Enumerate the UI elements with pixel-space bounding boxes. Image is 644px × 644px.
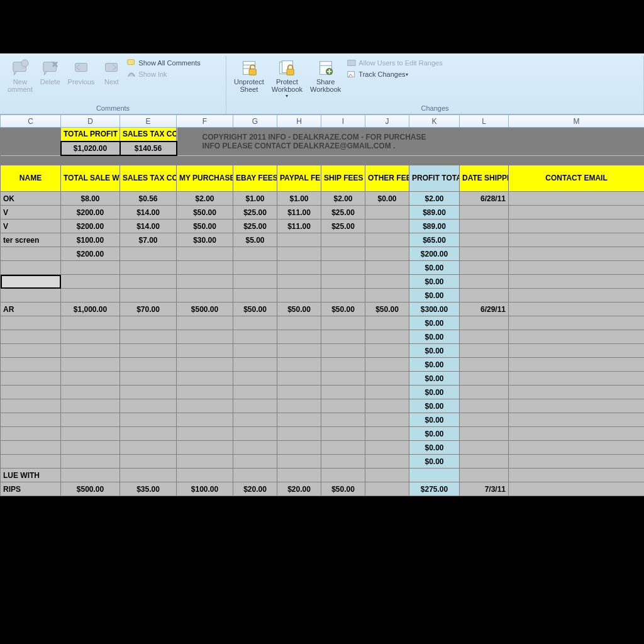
cell[interactable] — [120, 261, 177, 275]
cell[interactable] — [321, 441, 365, 455]
cell[interactable] — [1, 247, 61, 261]
table-row[interactable]: V$200.00$14.00$50.00$25.00$11.00$25.00$8… — [1, 206, 645, 219]
cell[interactable] — [233, 275, 277, 289]
cell[interactable] — [120, 427, 177, 441]
cell[interactable] — [177, 261, 233, 275]
table-row[interactable]: $0.00 — [1, 316, 645, 330]
cell[interactable] — [365, 413, 409, 427]
cell[interactable] — [61, 372, 120, 386]
protect-workbook-button[interactable]: Protect Workbook ▾ — [268, 57, 306, 100]
cell[interactable] — [321, 413, 365, 427]
cell[interactable] — [1, 289, 61, 303]
cell[interactable]: $100.00 — [177, 482, 233, 496]
cell[interactable] — [177, 275, 233, 289]
cell[interactable]: $30.00 — [177, 233, 233, 247]
cell[interactable] — [1, 399, 61, 413]
cell[interactable] — [509, 372, 645, 386]
spreadsheet[interactable]: C D E F G H I J K L M TOTAL PROFIT — [0, 114, 644, 496]
cell[interactable] — [321, 233, 365, 247]
cell[interactable] — [61, 386, 120, 399]
cell[interactable] — [277, 316, 321, 330]
cell[interactable] — [509, 247, 645, 261]
cell[interactable] — [177, 344, 233, 358]
cell[interactable] — [365, 219, 409, 233]
cell[interactable] — [509, 275, 645, 289]
cell[interactable]: $25.00 — [321, 206, 365, 219]
cell[interactable] — [321, 289, 365, 303]
cell[interactable] — [233, 469, 277, 482]
cell[interactable] — [177, 372, 233, 386]
cell[interactable] — [177, 316, 233, 330]
table-row[interactable]: $200.00$200.00 — [1, 247, 645, 261]
cell[interactable] — [509, 399, 645, 413]
cell[interactable] — [365, 289, 409, 303]
cell[interactable] — [177, 399, 233, 413]
cell[interactable] — [61, 469, 120, 482]
cell[interactable] — [1, 261, 61, 275]
cell[interactable] — [61, 441, 120, 455]
cell[interactable] — [277, 261, 321, 275]
cell[interactable] — [509, 469, 645, 482]
col-C[interactable]: C — [1, 115, 61, 128]
cell[interactable]: ter screen — [1, 233, 61, 247]
cell[interactable] — [177, 427, 233, 441]
cell[interactable] — [365, 386, 409, 399]
cell[interactable]: $300.00 — [409, 303, 460, 316]
cell[interactable] — [233, 455, 277, 469]
next-comment-button[interactable]: Next — [98, 57, 125, 87]
cell[interactable] — [1, 316, 61, 330]
table-row[interactable]: V$200.00$14.00$50.00$25.00$11.00$25.00$8… — [1, 219, 645, 233]
cell[interactable]: $14.00 — [120, 206, 177, 219]
cell[interactable]: $70.00 — [120, 303, 177, 316]
cell[interactable] — [1, 344, 61, 358]
cell[interactable] — [120, 386, 177, 399]
cell[interactable] — [509, 192, 645, 206]
cell[interactable] — [120, 399, 177, 413]
cell[interactable]: $11.00 — [277, 219, 321, 233]
cell[interactable] — [233, 247, 277, 261]
cell[interactable]: $50.00 — [177, 206, 233, 219]
cell[interactable] — [365, 427, 409, 441]
cell[interactable] — [177, 455, 233, 469]
cell[interactable]: 6/29/11 — [460, 303, 509, 316]
cell[interactable] — [1, 330, 61, 344]
cell[interactable] — [509, 455, 645, 469]
cell[interactable] — [120, 275, 177, 289]
cell[interactable] — [365, 344, 409, 358]
cell[interactable] — [277, 372, 321, 386]
cell[interactable] — [233, 441, 277, 455]
cell[interactable] — [365, 330, 409, 344]
cell[interactable] — [321, 316, 365, 330]
cell[interactable]: $1.00 — [233, 192, 277, 206]
cell[interactable] — [1, 455, 61, 469]
cell[interactable]: $200.00 — [409, 247, 460, 261]
table-row[interactable]: $0.00 — [1, 275, 645, 289]
cell[interactable]: RIPS — [1, 482, 61, 496]
cell[interactable] — [277, 399, 321, 413]
cell[interactable] — [233, 358, 277, 372]
cell[interactable] — [365, 455, 409, 469]
cell[interactable] — [61, 330, 120, 344]
cell[interactable] — [1, 372, 61, 386]
cell[interactable] — [365, 275, 409, 289]
column-letters-row[interactable]: C D E F G H I J K L M — [1, 115, 645, 128]
cell[interactable]: $0.00 — [409, 316, 460, 330]
show-all-comments-button[interactable]: Show All Comments — [126, 57, 201, 69]
col-F[interactable]: F — [177, 115, 233, 128]
cell[interactable]: $0.00 — [409, 330, 460, 344]
cell[interactable] — [233, 413, 277, 427]
cell[interactable] — [460, 358, 509, 372]
table-row[interactable]: $0.00 — [1, 386, 645, 399]
col-E[interactable]: E — [120, 115, 177, 128]
cell[interactable] — [460, 399, 509, 413]
cell[interactable] — [277, 247, 321, 261]
cell[interactable] — [365, 261, 409, 275]
cell[interactable] — [1, 358, 61, 372]
cell[interactable] — [61, 413, 120, 427]
cell[interactable] — [277, 386, 321, 399]
cell[interactable]: $0.00 — [409, 386, 460, 399]
cell[interactable] — [509, 344, 645, 358]
cell[interactable] — [321, 247, 365, 261]
cell[interactable] — [61, 455, 120, 469]
cell[interactable] — [61, 316, 120, 330]
